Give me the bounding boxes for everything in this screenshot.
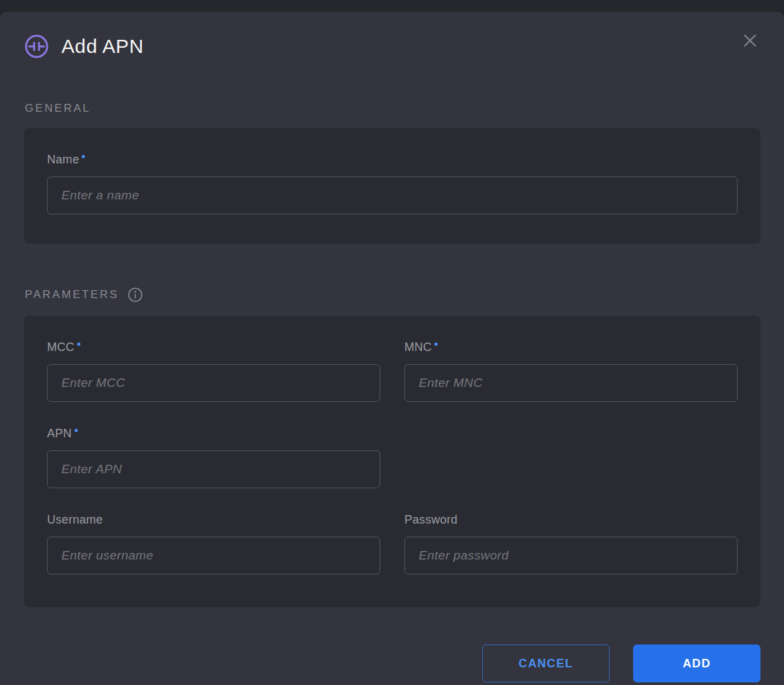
username-field: Username bbox=[47, 513, 380, 575]
required-dot bbox=[434, 342, 438, 346]
mcc-label: MCC bbox=[47, 341, 380, 354]
required-dot bbox=[82, 155, 85, 158]
apn-connector-icon bbox=[24, 34, 49, 59]
mnc-field: MNC bbox=[404, 341, 738, 402]
password-label: Password bbox=[404, 513, 738, 526]
username-input[interactable] bbox=[47, 537, 380, 575]
general-card: Name bbox=[24, 128, 760, 244]
parameters-heading-label: PARAMETERS bbox=[25, 288, 119, 301]
mnc-label: MNC bbox=[404, 341, 738, 354]
mcc-input[interactable] bbox=[47, 364, 380, 402]
close-icon bbox=[740, 43, 760, 53]
required-dot bbox=[77, 342, 80, 346]
name-field: Name bbox=[47, 153, 738, 214]
apn-label: APN bbox=[47, 427, 380, 440]
password-field: Password bbox=[404, 513, 738, 575]
required-dot bbox=[74, 429, 78, 432]
parameters-section-heading: PARAMETERS bbox=[25, 287, 760, 303]
password-input[interactable] bbox=[404, 537, 738, 575]
general-heading-label: GENERAL bbox=[25, 102, 91, 115]
info-icon[interactable] bbox=[127, 287, 143, 303]
apn-input[interactable] bbox=[47, 450, 380, 488]
parameters-grid: MCC MNC APN bbox=[47, 341, 738, 575]
username-label: Username bbox=[47, 513, 380, 526]
modal-footer: CANCEL ADD bbox=[24, 644, 760, 682]
close-button[interactable] bbox=[737, 27, 763, 54]
mnc-input[interactable] bbox=[404, 364, 738, 402]
name-input[interactable] bbox=[47, 176, 738, 214]
modal-header: Add APN bbox=[24, 34, 760, 59]
name-label: Name bbox=[47, 153, 738, 166]
modal-title: Add APN bbox=[61, 35, 144, 58]
add-apn-modal: Add APN GENERAL Name PARAMETERS bbox=[0, 12, 784, 685]
grid-spacer bbox=[404, 427, 738, 488]
general-section-heading: GENERAL bbox=[25, 102, 760, 115]
parameters-card: MCC MNC APN bbox=[24, 316, 760, 607]
mcc-field: MCC bbox=[47, 341, 380, 402]
apn-field: APN bbox=[47, 427, 380, 488]
cancel-button[interactable]: CANCEL bbox=[482, 644, 610, 682]
add-button[interactable]: ADD bbox=[633, 644, 760, 682]
